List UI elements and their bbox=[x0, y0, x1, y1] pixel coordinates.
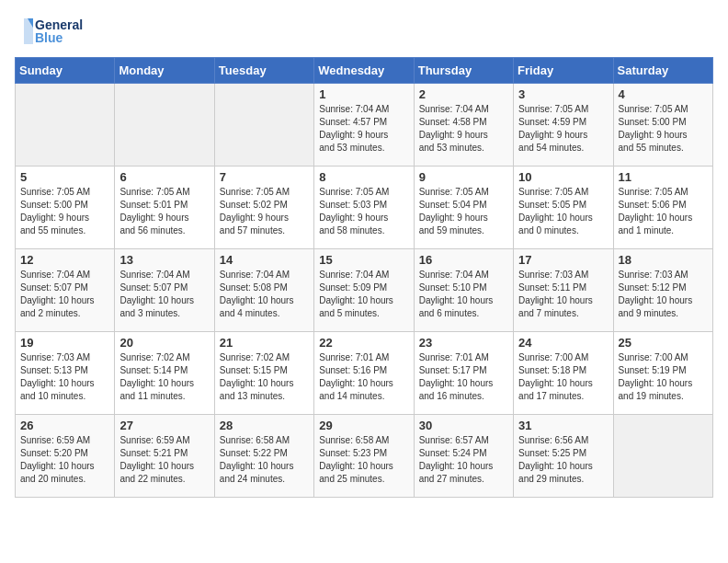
calendar-cell: 4Sunrise: 7:05 AM Sunset: 5:00 PM Daylig… bbox=[613, 84, 712, 167]
day-info: Sunrise: 6:58 AM Sunset: 5:22 PM Dayligh… bbox=[220, 434, 309, 486]
day-number: 1 bbox=[319, 87, 408, 101]
day-info: Sunrise: 7:05 AM Sunset: 5:02 PM Dayligh… bbox=[220, 186, 309, 237]
day-number: 8 bbox=[319, 170, 408, 184]
day-info: Sunrise: 6:59 AM Sunset: 5:21 PM Dayligh… bbox=[119, 434, 209, 486]
day-info: Sunrise: 7:04 AM Sunset: 4:57 PM Dayligh… bbox=[319, 103, 408, 155]
day-info: Sunrise: 6:58 AM Sunset: 5:23 PM Dayligh… bbox=[319, 434, 408, 486]
day-number: 22 bbox=[319, 336, 408, 350]
day-info: Sunrise: 7:00 AM Sunset: 5:19 PM Dayligh… bbox=[619, 351, 708, 403]
calendar-cell: 10Sunrise: 7:05 AM Sunset: 5:05 PM Dayli… bbox=[514, 167, 613, 249]
day-number: 29 bbox=[319, 419, 408, 432]
calendar-cell: 25Sunrise: 7:00 AM Sunset: 5:19 PM Dayli… bbox=[613, 332, 712, 415]
calendar-cell: 3Sunrise: 7:05 AM Sunset: 4:59 PM Daylig… bbox=[514, 84, 613, 167]
calendar-cell: 15Sunrise: 7:04 AM Sunset: 5:09 PM Dayli… bbox=[314, 249, 414, 332]
day-info: Sunrise: 7:05 AM Sunset: 5:00 PM Dayligh… bbox=[619, 103, 708, 155]
day-number: 26 bbox=[20, 419, 109, 432]
page-header: General Blue bbox=[15, 15, 713, 48]
calendar-cell: 22Sunrise: 7:01 AM Sunset: 5:16 PM Dayli… bbox=[314, 332, 414, 415]
calendar-cell bbox=[214, 84, 313, 167]
calendar-cell: 23Sunrise: 7:01 AM Sunset: 5:17 PM Dayli… bbox=[414, 332, 513, 415]
day-info: Sunrise: 7:04 AM Sunset: 5:07 PM Dayligh… bbox=[119, 269, 209, 320]
calendar-cell: 6Sunrise: 7:05 AM Sunset: 5:01 PM Daylig… bbox=[115, 167, 214, 249]
weekday-header-wednesday: Wednesday bbox=[314, 58, 414, 84]
weekday-header-row: SundayMondayTuesdayWednesdayThursdayFrid… bbox=[16, 58, 713, 84]
day-info: Sunrise: 7:02 AM Sunset: 5:14 PM Dayligh… bbox=[119, 351, 209, 403]
calendar-cell: 14Sunrise: 7:04 AM Sunset: 5:08 PM Dayli… bbox=[214, 249, 313, 332]
day-info: Sunrise: 7:04 AM Sunset: 5:10 PM Dayligh… bbox=[419, 269, 508, 320]
day-info: Sunrise: 6:56 AM Sunset: 5:25 PM Dayligh… bbox=[518, 434, 608, 486]
week-row-2: 5Sunrise: 7:05 AM Sunset: 5:00 PM Daylig… bbox=[16, 167, 713, 249]
day-info: Sunrise: 7:03 AM Sunset: 5:11 PM Dayligh… bbox=[518, 269, 608, 320]
day-number: 16 bbox=[419, 253, 508, 267]
day-info: Sunrise: 7:05 AM Sunset: 5:01 PM Dayligh… bbox=[119, 186, 209, 237]
day-number: 5 bbox=[20, 170, 109, 184]
day-number: 18 bbox=[619, 253, 708, 267]
calendar-cell bbox=[613, 415, 712, 498]
day-number: 27 bbox=[119, 419, 209, 432]
calendar-cell: 17Sunrise: 7:03 AM Sunset: 5:11 PM Dayli… bbox=[514, 249, 613, 332]
day-number: 14 bbox=[220, 253, 309, 267]
week-row-3: 12Sunrise: 7:04 AM Sunset: 5:07 PM Dayli… bbox=[16, 249, 713, 332]
week-row-4: 19Sunrise: 7:03 AM Sunset: 5:13 PM Dayli… bbox=[16, 332, 713, 415]
calendar-cell: 29Sunrise: 6:58 AM Sunset: 5:23 PM Dayli… bbox=[314, 415, 414, 498]
weekday-header-friday: Friday bbox=[514, 58, 613, 84]
day-number: 4 bbox=[619, 87, 708, 101]
day-info: Sunrise: 7:01 AM Sunset: 5:17 PM Dayligh… bbox=[419, 351, 508, 403]
calendar-cell: 24Sunrise: 7:00 AM Sunset: 5:18 PM Dayli… bbox=[514, 332, 613, 415]
svg-text:Blue: Blue bbox=[35, 30, 63, 45]
week-row-1: 1Sunrise: 7:04 AM Sunset: 4:57 PM Daylig… bbox=[16, 84, 713, 167]
weekday-header-thursday: Thursday bbox=[414, 58, 513, 84]
day-number: 6 bbox=[119, 170, 209, 184]
calendar-cell: 16Sunrise: 7:04 AM Sunset: 5:10 PM Dayli… bbox=[414, 249, 513, 332]
calendar-cell bbox=[115, 84, 214, 167]
day-info: Sunrise: 7:04 AM Sunset: 5:07 PM Dayligh… bbox=[20, 269, 109, 320]
day-info: Sunrise: 7:04 AM Sunset: 4:58 PM Dayligh… bbox=[419, 103, 508, 155]
day-info: Sunrise: 7:05 AM Sunset: 5:00 PM Dayligh… bbox=[20, 186, 109, 237]
day-number: 20 bbox=[119, 336, 209, 350]
calendar-cell: 20Sunrise: 7:02 AM Sunset: 5:14 PM Dayli… bbox=[115, 332, 214, 415]
day-info: Sunrise: 7:05 AM Sunset: 5:05 PM Dayligh… bbox=[518, 186, 608, 237]
calendar-cell: 9Sunrise: 7:05 AM Sunset: 5:04 PM Daylig… bbox=[414, 167, 513, 249]
calendar-cell: 21Sunrise: 7:02 AM Sunset: 5:15 PM Dayli… bbox=[214, 332, 313, 415]
day-info: Sunrise: 7:04 AM Sunset: 5:08 PM Dayligh… bbox=[220, 269, 309, 320]
calendar-cell: 7Sunrise: 7:05 AM Sunset: 5:02 PM Daylig… bbox=[214, 167, 313, 249]
calendar-cell: 28Sunrise: 6:58 AM Sunset: 5:22 PM Dayli… bbox=[214, 415, 313, 498]
day-info: Sunrise: 7:05 AM Sunset: 5:04 PM Dayligh… bbox=[419, 186, 508, 237]
calendar-cell: 27Sunrise: 6:59 AM Sunset: 5:21 PM Dayli… bbox=[115, 415, 214, 498]
calendar-table: SundayMondayTuesdayWednesdayThursdayFrid… bbox=[15, 57, 713, 498]
weekday-header-monday: Monday bbox=[115, 58, 214, 84]
day-info: Sunrise: 7:03 AM Sunset: 5:12 PM Dayligh… bbox=[619, 269, 708, 320]
calendar-cell: 11Sunrise: 7:05 AM Sunset: 5:06 PM Dayli… bbox=[613, 167, 712, 249]
weekday-header-saturday: Saturday bbox=[613, 58, 712, 84]
day-info: Sunrise: 7:03 AM Sunset: 5:13 PM Dayligh… bbox=[20, 351, 109, 403]
day-number: 7 bbox=[220, 170, 309, 184]
day-number: 9 bbox=[419, 170, 508, 184]
day-number: 28 bbox=[220, 419, 309, 432]
day-number: 19 bbox=[20, 336, 109, 350]
calendar-cell: 8Sunrise: 7:05 AM Sunset: 5:03 PM Daylig… bbox=[314, 167, 414, 249]
logo: General Blue bbox=[15, 15, 97, 48]
day-info: Sunrise: 7:04 AM Sunset: 5:09 PM Dayligh… bbox=[319, 269, 408, 320]
calendar-cell: 31Sunrise: 6:56 AM Sunset: 5:25 PM Dayli… bbox=[514, 415, 613, 498]
day-number: 15 bbox=[319, 253, 408, 267]
week-row-5: 26Sunrise: 6:59 AM Sunset: 5:20 PM Dayli… bbox=[16, 415, 713, 498]
calendar-cell: 2Sunrise: 7:04 AM Sunset: 4:58 PM Daylig… bbox=[414, 84, 513, 167]
calendar-cell: 26Sunrise: 6:59 AM Sunset: 5:20 PM Dayli… bbox=[16, 415, 115, 498]
day-number: 23 bbox=[419, 336, 508, 350]
day-info: Sunrise: 7:02 AM Sunset: 5:15 PM Dayligh… bbox=[220, 351, 309, 403]
day-number: 17 bbox=[518, 253, 608, 267]
calendar-cell: 1Sunrise: 7:04 AM Sunset: 4:57 PM Daylig… bbox=[314, 84, 414, 167]
calendar-cell: 30Sunrise: 6:57 AM Sunset: 5:24 PM Dayli… bbox=[414, 415, 513, 498]
day-number: 10 bbox=[518, 170, 608, 184]
day-number: 30 bbox=[419, 419, 508, 432]
logo-svg: General Blue bbox=[15, 15, 97, 48]
day-info: Sunrise: 6:57 AM Sunset: 5:24 PM Dayligh… bbox=[419, 434, 508, 486]
day-number: 21 bbox=[220, 336, 309, 350]
day-number: 31 bbox=[518, 419, 608, 432]
calendar-cell: 12Sunrise: 7:04 AM Sunset: 5:07 PM Dayli… bbox=[16, 249, 115, 332]
calendar-cell: 18Sunrise: 7:03 AM Sunset: 5:12 PM Dayli… bbox=[613, 249, 712, 332]
day-number: 12 bbox=[20, 253, 109, 267]
day-number: 25 bbox=[619, 336, 708, 350]
day-info: Sunrise: 7:05 AM Sunset: 4:59 PM Dayligh… bbox=[518, 103, 608, 155]
weekday-header-tuesday: Tuesday bbox=[214, 58, 313, 84]
